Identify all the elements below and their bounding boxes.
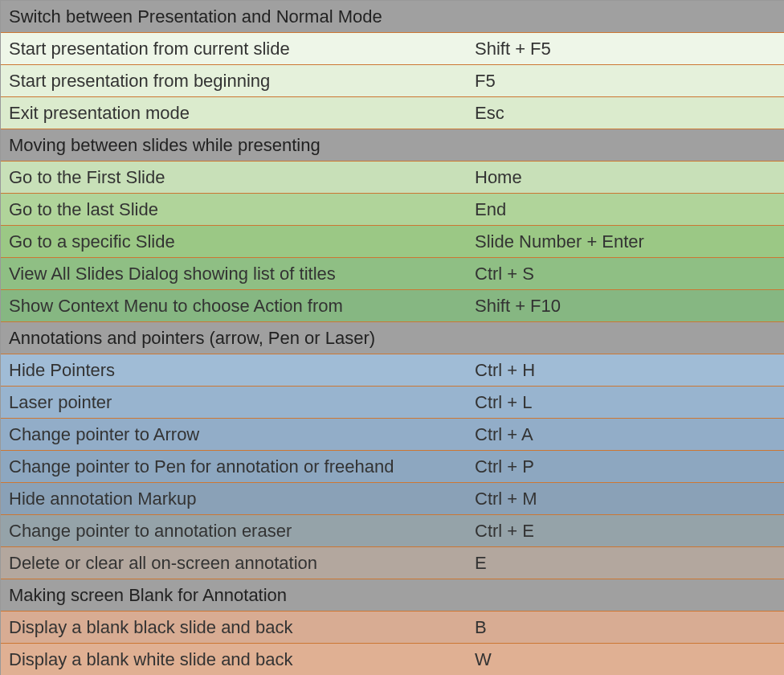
key-cell: Ctrl + A: [467, 424, 784, 445]
action-cell: Display a blank white slide and back: [1, 649, 467, 670]
key-cell: F5: [467, 71, 784, 92]
key-cell: Ctrl + L: [467, 392, 784, 413]
table-row: Go to a specific Slide Slide Number + En…: [1, 226, 784, 258]
key-cell: Slide Number + Enter: [467, 231, 784, 252]
action-cell: Go to a specific Slide: [1, 231, 467, 252]
section-header: Switch between Presentation and Normal M…: [1, 1, 784, 33]
key-cell: End: [467, 199, 784, 220]
key-cell: B: [467, 617, 784, 638]
action-cell: Go to the First Slide: [1, 167, 467, 188]
table-row: Exit presentation mode Esc: [1, 97, 784, 129]
table-row: Change pointer to annotation eraser Ctrl…: [1, 515, 784, 547]
table-row: Change pointer to Arrow Ctrl + A: [1, 419, 784, 451]
action-cell: Start presentation from current slide: [1, 39, 467, 59]
key-cell: Ctrl + S: [467, 264, 784, 284]
action-cell: Change pointer to Pen for annotation or …: [1, 456, 467, 477]
section-title: Switch between Presentation and Normal M…: [1, 6, 784, 27]
table-row: Display a blank black slide and back B: [1, 612, 784, 644]
table-row: Go to the First Slide Home: [1, 162, 784, 194]
table-row: Start presentation from current slide Sh…: [1, 33, 784, 65]
action-cell: Display a blank black slide and back: [1, 617, 467, 638]
action-cell: Go to the last Slide: [1, 199, 467, 220]
table-row: Start presentation from beginning F5: [1, 65, 784, 97]
table-row: Display a blank white slide and back W: [1, 644, 784, 675]
section-header: Making screen Blank for Annotation: [1, 579, 784, 612]
action-cell: Delete or clear all on-screen annotation: [1, 553, 467, 574]
table-row: View All Slides Dialog showing list of t…: [1, 258, 784, 290]
table-row: Delete or clear all on-screen annotation…: [1, 547, 784, 579]
table-row: Go to the last Slide End: [1, 194, 784, 226]
table-row: Hide annotation Markup Ctrl + M: [1, 483, 784, 515]
action-cell: Show Context Menu to choose Action from: [1, 296, 467, 317]
table-row: Show Context Menu to choose Action from …: [1, 290, 784, 322]
action-cell: View All Slides Dialog showing list of t…: [1, 264, 467, 284]
table-row: Hide Pointers Ctrl + H: [1, 354, 784, 387]
action-cell: Hide annotation Markup: [1, 489, 467, 509]
section-title: Making screen Blank for Annotation: [1, 585, 784, 606]
shortcuts-table: Switch between Presentation and Normal M…: [0, 0, 784, 675]
key-cell: Ctrl + H: [467, 360, 784, 381]
action-cell: Exit presentation mode: [1, 103, 467, 124]
section-title: Moving between slides while presenting: [1, 135, 784, 156]
table-row: Laser pointer Ctrl + L: [1, 387, 784, 419]
key-cell: Ctrl + P: [467, 456, 784, 477]
section-title: Annotations and pointers (arrow, Pen or …: [1, 328, 784, 349]
key-cell: Shift + F5: [467, 39, 784, 59]
action-cell: Change pointer to Arrow: [1, 424, 467, 445]
key-cell: E: [467, 553, 784, 574]
action-cell: Laser pointer: [1, 392, 467, 413]
key-cell: Esc: [467, 103, 784, 124]
key-cell: Ctrl + E: [467, 521, 784, 542]
action-cell: Hide Pointers: [1, 360, 467, 381]
key-cell: Shift + F10: [467, 296, 784, 317]
key-cell: W: [467, 649, 784, 670]
section-header: Annotations and pointers (arrow, Pen or …: [1, 322, 784, 354]
section-header: Moving between slides while presenting: [1, 129, 784, 162]
key-cell: Ctrl + M: [467, 489, 784, 509]
action-cell: Change pointer to annotation eraser: [1, 521, 467, 542]
action-cell: Start presentation from beginning: [1, 71, 467, 92]
key-cell: Home: [467, 167, 784, 188]
table-row: Change pointer to Pen for annotation or …: [1, 451, 784, 483]
